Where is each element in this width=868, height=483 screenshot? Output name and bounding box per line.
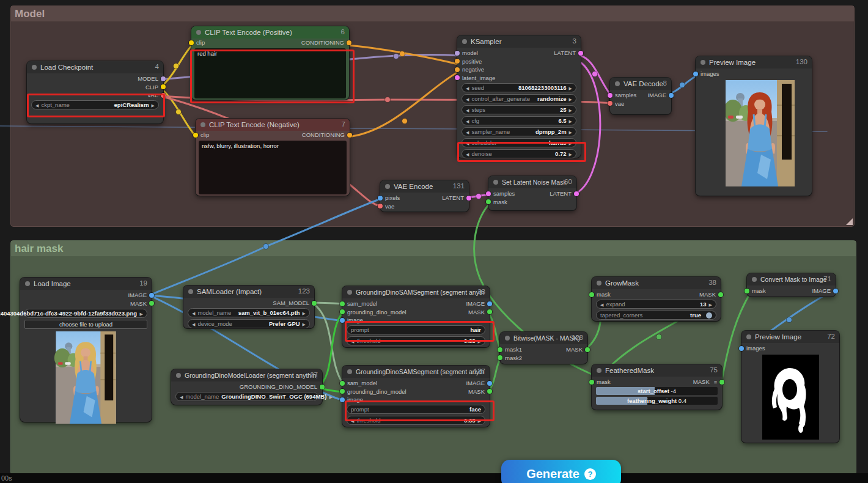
- right-arrow-icon[interactable]: [569, 128, 572, 135]
- collapse-dot-icon[interactable]: [347, 290, 352, 295]
- output-port-conditioning[interactable]: [347, 40, 351, 45]
- collapse-dot-icon[interactable]: [615, 81, 620, 86]
- input-port-sam-model[interactable]: [340, 381, 345, 386]
- right-arrow-icon[interactable]: [478, 417, 481, 424]
- node-header[interactable]: VAE Decode 8: [610, 78, 671, 90]
- input-port-negative[interactable]: [455, 67, 460, 72]
- node-feathered-mask[interactable]: FeatheredMask 75 mask MASK≡ start_offset…: [592, 364, 722, 410]
- output-port-grounding-dino-model[interactable]: [320, 385, 325, 389]
- node-header[interactable]: KSampler 3: [457, 35, 581, 48]
- node-header[interactable]: FeatheredMask 75: [592, 364, 722, 377]
- collapse-dot-icon[interactable]: [701, 60, 705, 65]
- collapse-dot-icon[interactable]: [25, 281, 30, 286]
- input-port-image[interactable]: [340, 397, 345, 402]
- input-port-mask[interactable]: [745, 289, 749, 293]
- left-arrow-icon[interactable]: [466, 139, 469, 146]
- threshold-widget[interactable]: threshold0.38: [347, 336, 485, 345]
- output-port-image[interactable]: [669, 93, 674, 98]
- collapse-dot-icon[interactable]: [32, 65, 37, 70]
- output-port-image[interactable]: [487, 301, 492, 306]
- node-load-checkpoint[interactable]: Load Checkpoint 4 MODEL CLIP VAE ckpt_na…: [27, 61, 163, 124]
- node-header[interactable]: SAMLoader (Impact) 123: [183, 286, 314, 298]
- collapse-dot-icon[interactable]: [505, 336, 510, 341]
- node-header[interactable]: Convert Mask to Image 71: [747, 273, 836, 286]
- input-port-vae[interactable]: [378, 204, 383, 208]
- output-port-vae[interactable]: [161, 93, 166, 98]
- steps-widget[interactable]: steps25: [462, 105, 576, 114]
- expand-widget[interactable]: expand13: [596, 300, 716, 309]
- output-port-mask[interactable]: [718, 292, 723, 297]
- left-arrow-icon[interactable]: [466, 106, 469, 113]
- output-port-latent[interactable]: [466, 196, 471, 201]
- input-port-image[interactable]: [340, 318, 345, 323]
- negative-prompt-textarea[interactable]: nsfw, blurry, illustration, horror: [199, 141, 347, 195]
- positive-prompt-textarea[interactable]: red hair: [194, 48, 346, 99]
- group-hair-mask-header[interactable]: hair mask: [11, 241, 856, 256]
- collapse-dot-icon[interactable]: [385, 184, 390, 189]
- collapse-dot-icon[interactable]: [597, 368, 601, 373]
- left-arrow-icon[interactable]: [192, 320, 195, 327]
- node-grounding-dino-model-loader[interactable]: GroundingDinoModelLoader (segment anythi…: [171, 369, 322, 405]
- node-header[interactable]: CLIP Text Encode (Positive) 6: [191, 26, 349, 39]
- collapse-dot-icon[interactable]: [597, 281, 601, 286]
- node-header[interactable]: GrowMask 38: [592, 277, 721, 289]
- output-port-model[interactable]: [161, 76, 166, 81]
- input-port-sam-model[interactable]: [340, 301, 345, 306]
- help-icon[interactable]: ?: [584, 468, 596, 480]
- output-port-image[interactable]: [833, 289, 838, 293]
- cfg-widget[interactable]: cfg6.5: [462, 116, 576, 125]
- right-arrow-icon[interactable]: [569, 84, 572, 91]
- left-arrow-icon[interactable]: [180, 393, 183, 400]
- scheduler-widget[interactable]: schedulerkarras: [462, 138, 576, 147]
- node-sam-loader[interactable]: SAMLoader (Impact) 123 SAM_MODEL model_n…: [183, 286, 314, 328]
- node-set-latent-noise-mask[interactable]: Set Latent Noise Mask 60 samples LATENT …: [488, 176, 576, 210]
- node-load-image[interactable]: Load Image 19 IMAGE MASK ad/202404304d6b…: [20, 278, 152, 422]
- output-port-latent[interactable]: [578, 51, 583, 56]
- group-model-header[interactable]: Model: [11, 6, 854, 21]
- image-filename-widget[interactable]: ad/202404304d6bd71c-dfc3-4922-9bfd-12fa9…: [24, 309, 147, 318]
- input-port-model[interactable]: [455, 51, 460, 56]
- input-port-mask2[interactable]: [498, 355, 502, 360]
- node-header[interactable]: Preview Image 72: [741, 331, 839, 343]
- node-header[interactable]: Preview Image 130: [696, 56, 812, 68]
- right-arrow-icon[interactable]: [569, 95, 572, 102]
- right-arrow-icon[interactable]: [569, 106, 572, 113]
- right-arrow-icon[interactable]: [303, 320, 306, 327]
- input-port-clip[interactable]: [189, 40, 194, 45]
- collapse-dot-icon[interactable]: [746, 334, 751, 339]
- output-port-mask[interactable]: [585, 347, 590, 352]
- left-arrow-icon[interactable]: [466, 117, 469, 124]
- input-port-mask[interactable]: [589, 380, 594, 385]
- node-vae-encode[interactable]: VAE Encode 131 pixels LATENT vae: [380, 180, 469, 212]
- collapse-dot-icon[interactable]: [188, 289, 193, 294]
- output-port-image[interactable]: [487, 381, 492, 386]
- node-header[interactable]: GroundingDinoSAMSegment (segment anythin…: [342, 366, 490, 378]
- input-port-clip[interactable]: [193, 133, 198, 138]
- prompt-widget[interactable]: promptface: [347, 405, 485, 414]
- device-mode-widget[interactable]: device_modePrefer GPU: [188, 319, 310, 328]
- node-grow-mask[interactable]: GrowMask 38 mask MASK expand13 tapered_c…: [592, 277, 721, 321]
- input-port-latent-image[interactable]: [455, 75, 460, 80]
- output-port-conditioning[interactable]: [347, 133, 352, 138]
- node-graph-canvas[interactable]: Model hair mask: [0, 0, 868, 483]
- collapse-dot-icon[interactable]: [196, 30, 201, 35]
- collapse-dot-icon[interactable]: [200, 122, 205, 127]
- node-header[interactable]: Bitwise(MASK - MASK) 128: [500, 332, 587, 344]
- collapse-dot-icon[interactable]: [462, 39, 467, 44]
- control-after-generate-widget[interactable]: control_after_generaterandomize: [462, 94, 576, 103]
- node-preview-image-130[interactable]: Preview Image 130 images: [696, 56, 812, 196]
- left-arrow-icon[interactable]: [466, 84, 469, 91]
- start-offset-slider[interactable]: start_offset -4: [596, 387, 718, 395]
- node-convert-mask-to-image[interactable]: Convert Mask to Image 71 mask IMAGE: [747, 273, 836, 297]
- node-grounding-dino-sam-segment-face[interactable]: GroundingDinoSAMSegment (segment anythin…: [342, 366, 490, 427]
- node-load-checkpoint-header[interactable]: Load Checkpoint 4: [27, 61, 163, 73]
- left-arrow-icon[interactable]: [600, 301, 603, 308]
- node-ksampler[interactable]: KSampler 3 model LATENT positive negativ…: [457, 35, 581, 158]
- toggle-on-icon[interactable]: [706, 312, 712, 319]
- input-port-mask[interactable]: [589, 292, 594, 297]
- output-port-mask[interactable]: [719, 380, 724, 385]
- right-arrow-icon[interactable]: [569, 117, 572, 124]
- node-grounding-dino-sam-segment-hair[interactable]: GroundingDinoSAMSegment (segment anythin…: [342, 286, 490, 347]
- right-arrow-icon[interactable]: [709, 301, 712, 308]
- input-port-mask1[interactable]: [498, 347, 502, 352]
